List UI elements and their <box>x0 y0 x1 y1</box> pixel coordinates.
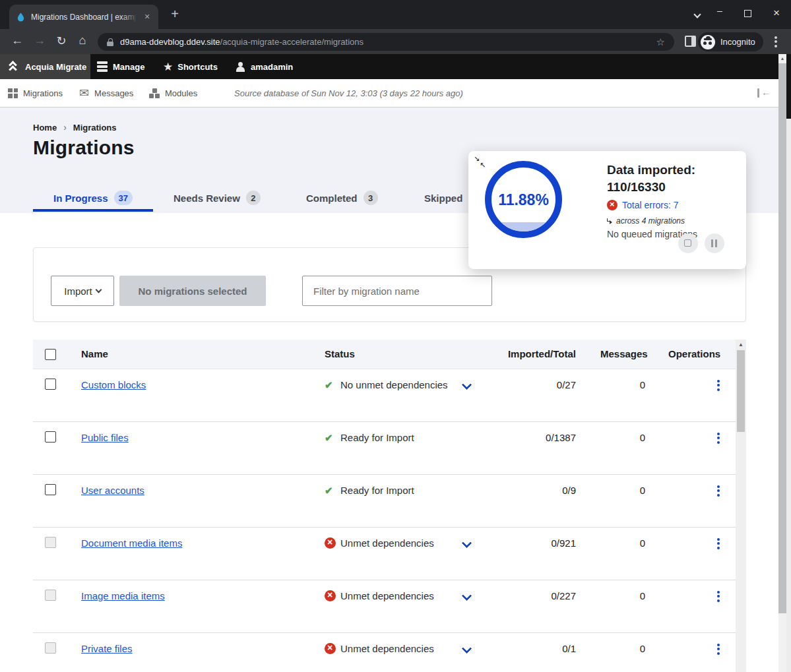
tab-close-icon[interactable]: × <box>141 11 153 22</box>
messages-cell: 0 <box>600 590 645 601</box>
migration-name-link[interactable]: Public files <box>81 432 129 443</box>
row-checkbox[interactable] <box>45 431 56 443</box>
chevron-down-icon[interactable] <box>462 591 472 601</box>
modules-cubes-icon <box>149 88 160 98</box>
kebab-menu-icon[interactable] <box>712 536 724 552</box>
toolbar-item-migrations[interactable]: Migrations <box>8 79 63 107</box>
home-icon[interactable]: ⌂ <box>75 34 90 47</box>
bookmark-star-icon[interactable]: ☆ <box>656 36 665 48</box>
window-minimize-button[interactable]: – <box>712 5 727 16</box>
toolbar-collapse-icon[interactable]: ← <box>757 88 773 98</box>
row-checkbox <box>45 642 56 654</box>
chevron-down-icon[interactable] <box>462 380 472 390</box>
reload-icon[interactable]: ↻ <box>53 34 69 48</box>
tab-search-chevron-icon[interactable] <box>690 9 705 19</box>
imported-total-cell: 0/227 <box>495 590 576 601</box>
kebab-menu-icon[interactable] <box>712 378 724 394</box>
chevron-down-icon[interactable] <box>462 644 472 654</box>
column-header-name: Name <box>81 348 108 359</box>
scrollbar-thumb[interactable] <box>737 350 745 432</box>
stop-button[interactable] <box>678 233 698 253</box>
select-all-checkbox[interactable] <box>45 349 56 360</box>
side-panel-icon[interactable] <box>685 36 696 47</box>
hamburger-icon <box>97 60 108 74</box>
tab-title-fade <box>120 5 139 29</box>
status-icon <box>325 537 336 549</box>
migrations-page: Home › Migrations Migrations In Progress… <box>0 107 778 672</box>
breadcrumb-home-link[interactable]: Home <box>33 123 57 133</box>
shortcuts-star-icon: ★ <box>163 60 173 74</box>
toolbar-item-manage[interactable]: Manage <box>97 54 144 79</box>
messages-envelope-icon: ✉ <box>79 87 89 99</box>
migration-name-link[interactable]: Custom blocks <box>81 379 146 390</box>
new-tab-button[interactable]: + <box>166 6 183 23</box>
user-icon <box>236 62 245 72</box>
window-close-button[interactable]: × <box>769 7 784 20</box>
migration-name-link[interactable]: Image media items <box>81 590 165 601</box>
migration-name-link[interactable]: Document media items <box>81 537 182 549</box>
acquia-migrate-logo-icon <box>9 61 19 72</box>
pause-icon <box>711 239 718 247</box>
forward-icon: → <box>32 34 47 47</box>
table-row: User accounts Ready for Import 0/9 0 <box>33 475 736 528</box>
kebab-menu-icon[interactable] <box>712 642 724 657</box>
chevron-down-icon[interactable] <box>462 538 472 549</box>
hook-arrow-icon <box>607 218 613 224</box>
chevron-down-icon <box>95 286 102 293</box>
scrollbar-up-arrow-icon[interactable]: ▲ <box>778 56 786 61</box>
progress-fill <box>491 222 555 231</box>
address-bar[interactable]: d9ama-ddevblog.ddev.site /acquia-migrate… <box>98 33 674 51</box>
tab-skipped[interactable]: Skipped <box>424 189 462 206</box>
status-icon <box>325 643 336 654</box>
browser-tab[interactable]: Migrations Dashboard | example × <box>9 5 158 29</box>
total-errors-row[interactable]: Total errors: 7 <box>607 200 679 210</box>
resize-arrows-icon[interactable]: ↘↖ <box>474 155 488 169</box>
toolbar-item-messages[interactable]: ✉ Messages <box>79 79 133 107</box>
across-migrations-note: across 4 migrations <box>607 216 685 226</box>
row-checkbox[interactable] <box>45 379 56 390</box>
back-icon[interactable]: ← <box>9 34 25 47</box>
page-scrollbar[interactable]: ▲ <box>778 54 786 672</box>
lock-icon <box>107 38 113 46</box>
tab-completed[interactable]: Completed 3 <box>306 189 378 206</box>
toolbar-item-user[interactable]: amadamin <box>236 54 293 79</box>
acquia-migrate-brand[interactable]: Acquia Migrate <box>0 54 90 79</box>
filter-input[interactable] <box>302 276 492 306</box>
table-scrollbar[interactable]: ▲ <box>736 340 746 672</box>
status-icon <box>325 432 336 443</box>
status-text: Ready for Import <box>340 432 414 443</box>
row-checkbox[interactable] <box>45 484 56 495</box>
messages-cell: 0 <box>600 432 645 443</box>
migration-name-link[interactable]: User accounts <box>81 485 144 496</box>
scrollbar-up-arrow-icon[interactable]: ▲ <box>736 342 746 348</box>
kebab-menu-icon[interactable] <box>712 431 724 446</box>
browser-menu-kebab-icon[interactable] <box>775 34 777 49</box>
scrollbar-thumb[interactable] <box>778 63 786 613</box>
tab-in-progress[interactable]: In Progress 37 <box>53 189 133 206</box>
stop-icon <box>684 239 691 247</box>
column-header-status: Status <box>325 348 355 359</box>
toolbar-item-modules[interactable]: Modules <box>149 79 197 107</box>
data-imported-count: 110/16330 <box>607 180 666 195</box>
row-checkbox <box>45 590 56 601</box>
imported-total-cell: 0/27 <box>495 379 576 390</box>
active-tab-underline <box>33 209 153 212</box>
kebab-menu-icon[interactable] <box>712 589 724 605</box>
browser-titlebar: Migrations Dashboard | example × + – × <box>0 0 791 29</box>
total-errors-link[interactable]: Total errors: 7 <box>622 200 679 210</box>
row-checkbox <box>45 537 56 548</box>
tab-needs-review[interactable]: Needs Review 2 <box>174 189 261 206</box>
incognito-icon <box>701 35 715 49</box>
migration-name-link[interactable]: Private files <box>81 643 133 654</box>
messages-cell: 0 <box>600 537 645 549</box>
window-maximize-button[interactable] <box>740 8 755 19</box>
incognito-label: Incognito <box>720 37 755 47</box>
imported-total-cell: 0/921 <box>495 537 576 549</box>
kebab-menu-icon[interactable] <box>712 483 724 499</box>
table-header: Name Status Imported/Total Messages Oper… <box>33 340 736 369</box>
pause-button[interactable] <box>705 233 724 253</box>
url-path: /acquia-migrate-accelerate/migrations <box>220 37 364 47</box>
breadcrumb-chevron-icon: › <box>63 122 67 133</box>
import-dropdown-button[interactable]: Import <box>51 276 114 306</box>
toolbar-item-shortcuts[interactable]: ★ Shortcuts <box>163 54 218 79</box>
